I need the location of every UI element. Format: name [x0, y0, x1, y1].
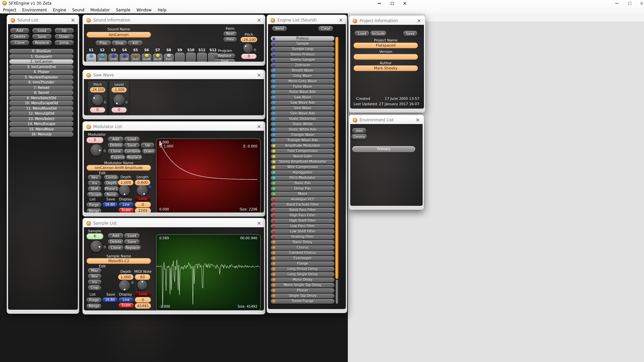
up-button[interactable]: Up — [55, 28, 74, 33]
sound-name-field[interactable]: IonCannon — [87, 32, 151, 38]
sound-list-item[interactable]: 7. Reload — [9, 85, 73, 90]
engine-item[interactable]: Saw Wave — [271, 95, 334, 100]
background-window-minimize-button[interactable] — [612, 1, 621, 6]
tscope-button[interactable]: TScope — [87, 192, 103, 197]
crop-button[interactable]: Crop — [88, 285, 101, 290]
clone-button[interactable]: Clone — [108, 245, 123, 250]
engine-item[interactable]: Pulse Wave Adv — [271, 90, 334, 95]
close-icon[interactable] — [257, 221, 261, 226]
engine-item[interactable]: Saw Wave Adv — [271, 101, 334, 105]
sound-list-item[interactable]: 2. IonCannon — [9, 59, 73, 64]
engine-item[interactable]: Fuzz Compression — [271, 149, 334, 154]
merge-button[interactable]: Merge — [87, 304, 101, 309]
engine-item[interactable]: Basic Delay — [271, 240, 334, 245]
loop-end-field[interactable]: 41491 — [135, 303, 151, 309]
engine-item[interactable]: Arpeggiator — [271, 170, 334, 175]
minimize-button[interactable] — [375, 1, 384, 6]
loop-start-field[interactable]: 0 — [135, 297, 151, 303]
sound-list-item[interactable]: 1. Quoquaric — [9, 54, 73, 59]
delete-button[interactable]: Delete — [108, 239, 123, 244]
down-button[interactable]: Down — [55, 34, 74, 39]
sound-list-item[interactable]: 12. MenuUpOld — [9, 111, 73, 116]
save-button[interactable]: Save — [124, 143, 140, 148]
close-icon[interactable] — [339, 17, 343, 23]
engine-item[interactable]: Sample Loop — [271, 47, 334, 52]
menu-modulator[interactable]: Modulator — [87, 7, 113, 13]
noise-button[interactable]: Noise — [104, 192, 119, 197]
clone-button[interactable]: Clone — [108, 149, 123, 154]
close-icon[interactable] — [257, 124, 261, 129]
engine-item[interactable]: Chorus — [271, 245, 334, 250]
engine-item[interactable]: High Pass Filter — [271, 213, 334, 218]
project-information-titlebar[interactable]: Project Information — [350, 17, 424, 25]
menu-sample[interactable]: Sample — [113, 7, 133, 13]
engine-item[interactable]: Static White — [271, 122, 334, 127]
engine-item[interactable]: Low Shelf Filter — [271, 229, 334, 234]
engine-item[interactable]: Single Tap Delay — [271, 294, 334, 298]
pitch-field[interactable]: -24.100 — [240, 37, 257, 42]
length-field[interactable]: 0.600 — [135, 180, 150, 185]
sound-list-item[interactable]: 10. MenuEscapeOld — [9, 101, 73, 106]
engine-item[interactable]: Noise Gate — [271, 154, 334, 159]
menu-window[interactable]: Window — [133, 7, 155, 13]
sample-name-field[interactable]: MotorB1-C2 — [87, 258, 151, 264]
16bit-button[interactable]: 16-Bit — [103, 298, 117, 302]
engine-item[interactable]: Triangle Wave — [271, 133, 334, 137]
depth-button[interactable]: Depth — [104, 181, 119, 186]
engine-item[interactable]: Sine Wave — [271, 106, 334, 111]
replace-button[interactable]: Replace — [214, 54, 235, 58]
slot-s8-button[interactable]: RvO — [164, 54, 174, 62]
load-button[interactable]: Load — [124, 137, 140, 142]
engine-item[interactable]: Band Pass Filter — [271, 208, 334, 213]
line-button[interactable]: Line — [119, 202, 133, 207]
scrollbar-thumb[interactable] — [335, 37, 338, 279]
save-button[interactable]: Save — [32, 34, 51, 39]
loop-button[interactable]: Loop — [135, 292, 151, 296]
midi-note-field[interactable]: 60 — [135, 274, 150, 280]
clear-button[interactable]: Clear — [318, 26, 333, 31]
purge-button[interactable]: Purge — [87, 298, 101, 303]
loop-start-field[interactable]: 0 — [135, 202, 151, 207]
engine-item[interactable]: Static Distortion — [271, 117, 334, 121]
engine-item[interactable]: Delay Pan — [271, 186, 334, 191]
slot-s11-button[interactable] — [197, 53, 207, 62]
add-button[interactable]: Add — [108, 137, 123, 142]
engine-item[interactable]: Grey Wave — [271, 74, 334, 78]
slot-s7-button[interactable]: AmM — [153, 54, 163, 62]
engine-item[interactable]: Zeitraum — [271, 63, 334, 68]
engine-item[interactable]: Analogue VCF — [271, 197, 334, 202]
slot-s3-button[interactable]: SmM — [108, 54, 118, 62]
sound-information-titlebar[interactable]: Sound Information — [84, 16, 264, 24]
shift-button[interactable]: Shift — [88, 186, 101, 191]
engine-item[interactable]: Band Exclude Filter — [271, 202, 334, 207]
max-button[interactable]: Max — [88, 268, 101, 273]
engine-item[interactable]: Everlooper — [271, 256, 334, 261]
close-icon[interactable] — [257, 17, 261, 23]
clone-button[interactable]: Clone — [10, 40, 29, 45]
play-button[interactable]: Play — [96, 41, 111, 46]
level-field[interactable]: -1.000 — [111, 87, 127, 93]
maximize-button[interactable] — [388, 1, 396, 6]
replace-button[interactable]: Replace — [32, 40, 51, 45]
engine-item[interactable]: Combed Chorus — [271, 251, 334, 255]
slot-s5-button[interactable]: DsD — [130, 54, 141, 62]
engine-item[interactable]: Tuned Flange — [271, 299, 334, 304]
engine-item[interactable]: Mono Single Tap Delay — [271, 283, 334, 288]
engine-item[interactable]: Pulse Wave — [271, 84, 334, 89]
inv-button[interactable]: Inv — [88, 181, 101, 186]
engine-item[interactable]: Peaking Filter — [271, 235, 334, 239]
engine-item[interactable]: Stereo Sample — [271, 58, 334, 62]
merge-button[interactable]: Merge — [87, 208, 101, 213]
depth-field[interactable]: 1.000 — [118, 274, 133, 280]
sample-waveform-display[interactable]: 0.569 00:00.940 -1.000 Size: 41492 — [156, 234, 261, 310]
loop-button[interactable]: Loop — [135, 196, 151, 201]
sound-list-item[interactable]: 8. Secret — [9, 90, 73, 95]
close-icon[interactable] — [71, 17, 75, 23]
jump-button[interactable]: Jump — [55, 40, 74, 45]
sound-list-item[interactable]: 5. NuclearExplosion — [9, 75, 73, 80]
environment-list-titlebar[interactable]: Environment List — [350, 116, 423, 124]
load-button[interactable]: Load — [32, 28, 51, 33]
sample-index-field[interactable]: 6 — [87, 233, 103, 239]
add-button[interactable]: Add — [10, 28, 29, 33]
engine-item[interactable]: Low Pass Filter — [271, 224, 334, 229]
